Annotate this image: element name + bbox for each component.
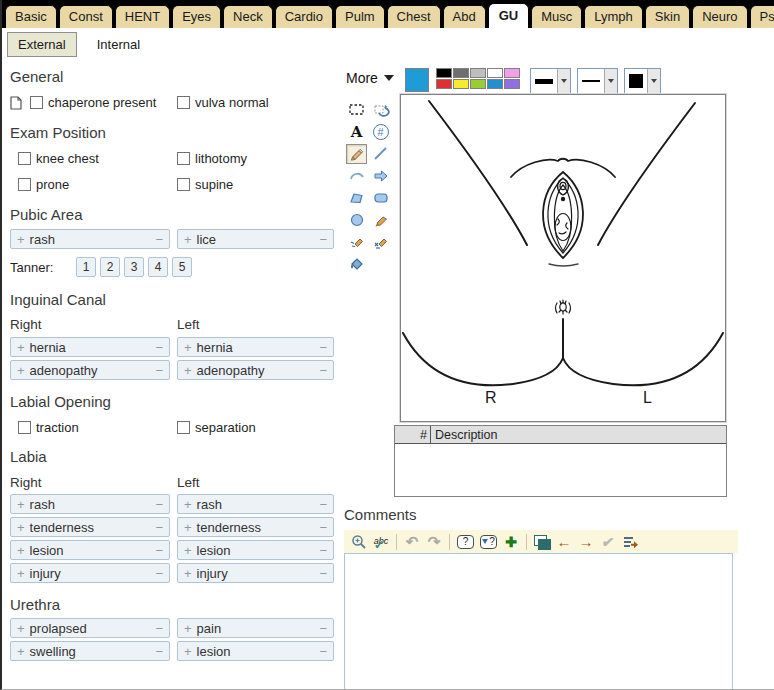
- next-icon[interactable]: →: [578, 533, 594, 551]
- color-swatch-black[interactable]: [436, 68, 452, 78]
- tanner-stage-1-button[interactable]: 1: [76, 257, 96, 277]
- select-marquee-tool[interactable]: [346, 100, 367, 120]
- color-swatch-yellow[interactable]: [453, 79, 469, 89]
- comments-textarea[interactable]: [344, 553, 733, 690]
- color-swatch-red[interactable]: [436, 79, 452, 89]
- tab-cardio[interactable]: Cardio: [275, 5, 333, 28]
- tab-neck[interactable]: Neck: [223, 5, 273, 28]
- toggle-button-inguinal-right-adenopathy[interactable]: adenopathy: [10, 360, 170, 380]
- stamp-erase-tool[interactable]: [370, 232, 391, 252]
- stamp-brush-tool[interactable]: [346, 232, 367, 252]
- previous-icon[interactable]: ←: [556, 533, 572, 551]
- tab-hent[interactable]: HENT: [115, 5, 170, 28]
- column-label-left: Left: [177, 317, 200, 332]
- toggle-button-urethra-prolapsed[interactable]: prolapsed: [10, 618, 170, 638]
- tab-psych[interactable]: Psych: [750, 5, 774, 28]
- checkbox-knee-chest[interactable]: [18, 152, 31, 165]
- add-icon[interactable]: ✚: [503, 533, 519, 551]
- toggle-button-pubic-rash[interactable]: rash: [10, 229, 170, 249]
- checkbox-supine[interactable]: [177, 178, 190, 191]
- toggle-button-labia-right-lesion[interactable]: lesion: [10, 540, 170, 560]
- tab-neuro[interactable]: Neuro: [692, 5, 747, 28]
- toggle-button-urethra-lesion[interactable]: lesion: [177, 641, 334, 661]
- add-icon: [17, 364, 25, 377]
- arc-tool[interactable]: [346, 166, 367, 186]
- lasso-select-tool[interactable]: [370, 100, 391, 120]
- toggle-button-urethra-pain[interactable]: pain: [177, 618, 334, 638]
- undo-icon[interactable]: ↶: [404, 533, 420, 551]
- tab-lymph[interactable]: Lymph: [584, 5, 643, 28]
- fill-style-dropdown[interactable]: [624, 68, 661, 94]
- rounded-rect-tool[interactable]: [370, 188, 391, 208]
- color-swatch-blue[interactable]: [487, 79, 503, 89]
- tanner-stage-3-button[interactable]: 3: [124, 257, 144, 277]
- color-swatch-gray[interactable]: [453, 68, 469, 78]
- tab-basic[interactable]: Basic: [5, 5, 57, 28]
- checkbox-chaperone-present[interactable]: [30, 96, 43, 109]
- subtab-external[interactable]: External: [7, 32, 77, 57]
- insert-smarttext-icon[interactable]: ?: [480, 533, 497, 551]
- current-color-swatch[interactable]: [405, 68, 429, 92]
- subtab-internal[interactable]: Internal: [97, 37, 140, 52]
- insert-list-icon[interactable]: [622, 533, 639, 551]
- tab-skin[interactable]: Skin: [645, 5, 690, 28]
- color-swatch-purple[interactable]: [504, 79, 520, 89]
- checkbox-label: chaperone present: [48, 95, 156, 110]
- toggle-button-inguinal-right-hernia[interactable]: hernia: [10, 337, 170, 357]
- tanner-stage-4-button[interactable]: 4: [148, 257, 168, 277]
- toggle-button-inguinal-left-hernia[interactable]: hernia: [177, 337, 334, 357]
- tab-const[interactable]: Const: [59, 5, 113, 28]
- tab-eyes[interactable]: Eyes: [172, 5, 221, 28]
- highlighter-tool[interactable]: [370, 210, 391, 230]
- checkbox-vulva-normal[interactable]: [177, 96, 190, 109]
- text-tool[interactable]: A: [346, 122, 367, 142]
- thin-line-icon: [582, 80, 600, 82]
- color-swatch-pink[interactable]: [504, 68, 520, 78]
- add-icon: [17, 233, 25, 246]
- spellcheck-icon[interactable]: abc✓: [373, 533, 389, 551]
- toggle-button-labia-right-tenderness[interactable]: tenderness: [10, 517, 170, 537]
- toggle-button-labia-right-rash[interactable]: rash: [10, 494, 170, 514]
- anatomy-canvas[interactable]: R L: [400, 94, 726, 422]
- toggle-button-labia-left-rash[interactable]: rash: [177, 494, 334, 514]
- more-dropdown[interactable]: More: [346, 70, 394, 86]
- color-swatch-white[interactable]: [487, 68, 503, 78]
- tanner-stage-5-button[interactable]: 5: [172, 257, 192, 277]
- zoom-icon[interactable]: [351, 533, 367, 551]
- tab-gu[interactable]: GU: [488, 3, 530, 28]
- arrow-tool[interactable]: [370, 166, 391, 186]
- polygon-tool[interactable]: [346, 188, 367, 208]
- pencil-tool[interactable]: [346, 144, 367, 164]
- smarttext-icon[interactable]: ?: [457, 533, 474, 551]
- tab-abd[interactable]: Abd: [443, 5, 486, 28]
- tab-pulm[interactable]: Pulm: [335, 5, 385, 28]
- line-width-dropdown[interactable]: [530, 68, 571, 94]
- color-swatch-silver[interactable]: [470, 68, 486, 78]
- tab-musc[interactable]: Musc: [531, 5, 582, 28]
- color-swatch-green[interactable]: [470, 79, 486, 89]
- fill-bucket-tool[interactable]: [346, 254, 367, 274]
- toggle-button-labia-left-injury[interactable]: injury: [177, 563, 334, 583]
- tab-chest[interactable]: Chest: [387, 5, 441, 28]
- ellipse-tool[interactable]: [346, 210, 367, 230]
- checkbox-prone[interactable]: [18, 178, 31, 191]
- copy-forward-icon[interactable]: [534, 533, 550, 551]
- checkbox-traction[interactable]: [18, 421, 31, 434]
- line-tool[interactable]: [370, 144, 391, 164]
- annotation-description-table: # Description: [394, 425, 727, 497]
- checkbox-separation[interactable]: [177, 421, 190, 434]
- toggle-button-labia-left-lesion[interactable]: lesion: [177, 540, 334, 560]
- number-stamp-tool[interactable]: #: [370, 122, 391, 142]
- toggle-button-urethra-swelling[interactable]: swelling: [10, 641, 170, 661]
- redo-icon[interactable]: ↷: [426, 533, 442, 551]
- toggle-button-inguinal-left-adenopathy[interactable]: adenopathy: [177, 360, 334, 380]
- line-style-dropdown[interactable]: [577, 68, 618, 94]
- toggle-button-labia-left-tenderness[interactable]: tenderness: [177, 517, 334, 537]
- accept-icon[interactable]: ✔: [598, 533, 617, 551]
- toggle-button-labia-right-injury[interactable]: injury: [10, 563, 170, 583]
- note-icon[interactable]: [10, 96, 22, 110]
- toggle-button-pubic-lice[interactable]: lice: [177, 229, 334, 249]
- remove-icon: [155, 364, 163, 377]
- checkbox-lithotomy[interactable]: [177, 152, 190, 165]
- tanner-stage-2-button[interactable]: 2: [100, 257, 120, 277]
